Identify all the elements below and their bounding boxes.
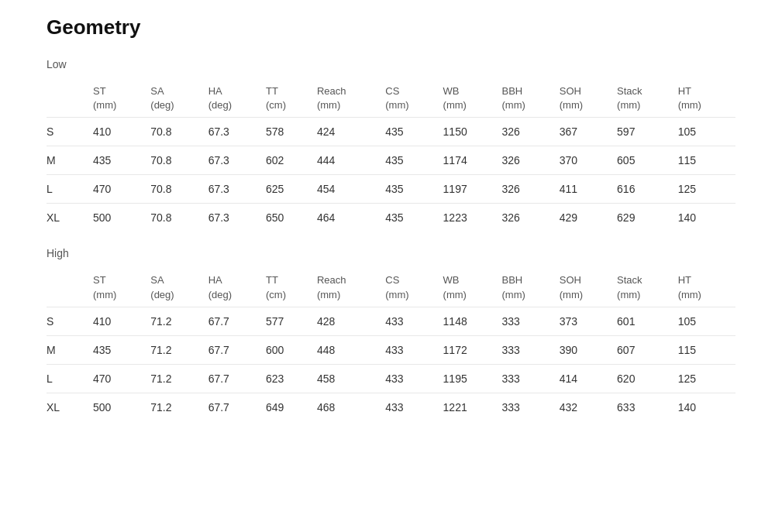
cell-wb: 1174 [443, 146, 502, 175]
geometry-table-low: ST(mm)SA(deg)HA(deg)TT(cm)Reach(mm)CS(mm… [47, 80, 735, 232]
cell-sa: 71.2 [150, 364, 208, 393]
cell-stack: 620 [617, 364, 678, 393]
cell-ht: 105 [678, 307, 735, 335]
cell-tt: 649 [266, 393, 317, 421]
size-cell: L [47, 175, 93, 204]
cell-reach: 428 [317, 307, 385, 335]
cell-sa: 71.2 [150, 307, 208, 335]
cell-stack: 605 [617, 146, 678, 175]
section-high: HighST(mm)SA(deg)HA(deg)TT(cm)Reach(mm)C… [47, 247, 735, 420]
col-header-soh: SOH(mm) [560, 80, 617, 118]
cell-sa: 71.2 [150, 393, 208, 421]
cell-soh: 390 [560, 335, 617, 364]
table-row: XL50071.267.76494684331221333432633140 [47, 393, 735, 421]
cell-ht: 125 [678, 364, 735, 393]
cell-sa: 70.8 [150, 146, 208, 175]
col-header-ha: HA(deg) [208, 269, 266, 307]
cell-st: 470 [93, 364, 150, 393]
cell-bbh: 326 [501, 146, 559, 175]
cell-tt: 623 [266, 364, 317, 393]
cell-tt: 602 [266, 146, 317, 175]
col-header-bbh: BBH(mm) [501, 80, 559, 118]
cell-soh: 429 [560, 204, 617, 232]
col-header-wb: WB(mm) [443, 269, 502, 307]
cell-bbh: 333 [501, 307, 559, 335]
cell-ha: 67.7 [208, 393, 266, 421]
cell-ha: 67.3 [208, 118, 266, 146]
cell-ht: 140 [678, 204, 735, 232]
cell-soh: 370 [560, 146, 617, 175]
cell-cs: 433 [385, 335, 443, 364]
cell-sa: 70.8 [150, 118, 208, 146]
cell-reach: 468 [317, 393, 385, 421]
geometry-table-high: ST(mm)SA(deg)HA(deg)TT(cm)Reach(mm)CS(mm… [47, 269, 735, 420]
cell-reach: 454 [317, 175, 385, 204]
cell-ht: 140 [678, 393, 735, 421]
size-cell: S [47, 118, 93, 146]
cell-cs: 435 [385, 146, 443, 175]
col-header-reach: Reach(mm) [317, 80, 385, 118]
cell-ht: 105 [678, 118, 735, 146]
cell-bbh: 333 [501, 335, 559, 364]
col-header-soh: SOH(mm) [560, 269, 617, 307]
col-header-tt: TT(cm) [266, 80, 317, 118]
col-header-st: ST(mm) [93, 269, 150, 307]
cell-cs: 435 [385, 175, 443, 204]
size-col-header [47, 269, 93, 307]
cell-st: 500 [93, 204, 150, 232]
table-row: XL50070.867.36504644351223326429629140 [47, 204, 735, 232]
col-header-cs: CS(mm) [385, 269, 443, 307]
cell-soh: 432 [560, 393, 617, 421]
cell-cs: 433 [385, 364, 443, 393]
size-cell: S [47, 307, 93, 335]
cell-tt: 577 [266, 307, 317, 335]
cell-reach: 458 [317, 364, 385, 393]
cell-st: 470 [93, 175, 150, 204]
cell-st: 410 [93, 307, 150, 335]
col-header-stack: Stack(mm) [617, 269, 678, 307]
table-row: S41071.267.75774284331148333373601105 [47, 307, 735, 335]
col-header-wb: WB(mm) [443, 80, 502, 118]
cell-tt: 625 [266, 175, 317, 204]
cell-wb: 1197 [443, 175, 502, 204]
cell-st: 435 [93, 146, 150, 175]
cell-bbh: 333 [501, 364, 559, 393]
cell-bbh: 326 [501, 118, 559, 146]
cell-stack: 633 [617, 393, 678, 421]
cell-cs: 433 [385, 393, 443, 421]
cell-reach: 444 [317, 146, 385, 175]
cell-ht: 125 [678, 175, 735, 204]
cell-ht: 115 [678, 335, 735, 364]
cell-ha: 67.7 [208, 307, 266, 335]
cell-ha: 67.3 [208, 146, 266, 175]
cell-stack: 616 [617, 175, 678, 204]
cell-sa: 71.2 [150, 335, 208, 364]
col-header-cs: CS(mm) [385, 80, 443, 118]
cell-st: 410 [93, 118, 150, 146]
cell-wb: 1195 [443, 364, 502, 393]
cell-reach: 424 [317, 118, 385, 146]
cell-wb: 1172 [443, 335, 502, 364]
table-row: M43570.867.36024444351174326370605115 [47, 146, 735, 175]
cell-wb: 1221 [443, 393, 502, 421]
cell-soh: 367 [560, 118, 617, 146]
cell-bbh: 326 [501, 175, 559, 204]
cell-st: 435 [93, 335, 150, 364]
col-header-sa: SA(deg) [150, 80, 208, 118]
cell-cs: 435 [385, 204, 443, 232]
cell-stack: 607 [617, 335, 678, 364]
cell-sa: 70.8 [150, 204, 208, 232]
cell-ha: 67.3 [208, 204, 266, 232]
cell-ha: 67.7 [208, 364, 266, 393]
col-header-sa: SA(deg) [150, 269, 208, 307]
cell-reach: 464 [317, 204, 385, 232]
cell-ha: 67.3 [208, 175, 266, 204]
cell-st: 500 [93, 393, 150, 421]
cell-wb: 1223 [443, 204, 502, 232]
cell-sa: 70.8 [150, 175, 208, 204]
cell-tt: 578 [266, 118, 317, 146]
cell-cs: 435 [385, 118, 443, 146]
size-cell: XL [47, 204, 93, 232]
cell-stack: 629 [617, 204, 678, 232]
col-header-stack: Stack(mm) [617, 80, 678, 118]
